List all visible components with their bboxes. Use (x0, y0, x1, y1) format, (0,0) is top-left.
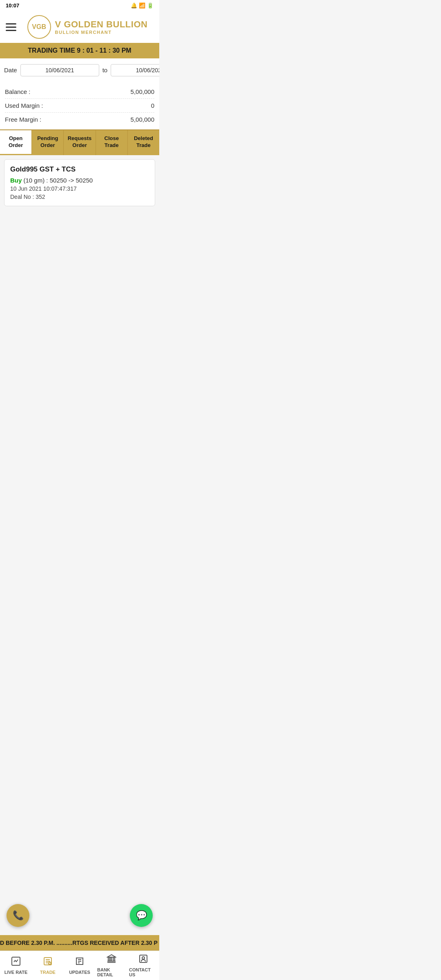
to-date-input[interactable] (111, 64, 159, 76)
order-card: Gold995 GST + TCS Buy (10 gm) : 50250 ->… (4, 159, 155, 206)
used-margin-value: 0 (151, 102, 154, 109)
header: VGB V GOLDEN BULLION BULLION MERCHANT (0, 11, 159, 43)
used-margin-row: Used Margin : 0 (5, 99, 154, 113)
tab-requests-order[interactable]: RequestsOrder (64, 130, 96, 155)
content-area: Gold995 GST + TCS Buy (10 gm) : 50250 ->… (0, 159, 159, 282)
status-icons: 🔔 📶 🔋 (131, 2, 154, 9)
notification-icon: 🔔 (131, 2, 137, 9)
buy-label: Buy (10, 177, 22, 184)
brand-text: V GOLDEN BULLION BULLION MERCHANT (55, 19, 148, 35)
used-margin-label: Used Margin : (5, 102, 43, 109)
tab-deleted-trade[interactable]: DeletedTrade (128, 130, 159, 155)
battery-icon: 🔋 (147, 2, 154, 9)
order-datetime: 10 Jun 2021 10:07:47:317 (10, 185, 149, 192)
balance-label: Balance : (5, 88, 31, 95)
date-label: Date (4, 67, 17, 74)
menu-button[interactable] (6, 23, 16, 31)
order-buy: Buy (10 gm) : 50250 -> 50250 (10, 177, 149, 184)
tab-pending-order[interactable]: PendingOrder (32, 130, 64, 155)
logo-area: VGB V GOLDEN BULLION BULLION MERCHANT (21, 15, 154, 39)
to-label: to (102, 67, 108, 74)
trading-banner: TRADING TIME 9 : 01 - 11 : 30 PM (0, 43, 159, 58)
brand-sub: BULLION MERCHANT (55, 30, 148, 35)
logo-text: VGB (32, 23, 46, 31)
account-info: Balance : 5,00,000 Used Margin : 0 Free … (0, 82, 159, 129)
order-deal-no: Deal No : 352 (10, 194, 149, 200)
brand-name: V GOLDEN BULLION (55, 19, 148, 30)
tab-close-trade[interactable]: CloseTrade (96, 130, 128, 155)
free-margin-label: Free Margin : (5, 116, 41, 123)
tab-open-order[interactable]: OpenOrder (0, 130, 32, 155)
order-title: Gold995 GST + TCS (10, 165, 149, 174)
logo-circle: VGB (27, 15, 51, 39)
balance-row: Balance : 5,00,000 (5, 85, 154, 99)
status-bar: 10:07 🔔 📶 🔋 (0, 0, 159, 11)
wifi-icon: 📶 (139, 2, 145, 9)
status-time: 10:07 (6, 2, 19, 9)
free-margin-row: Free Margin : 5,00,000 (5, 113, 154, 126)
date-filter-row: Date to Search (0, 58, 159, 82)
from-date-input[interactable] (20, 64, 99, 76)
tabs-bar: OpenOrder PendingOrder RequestsOrder Clo… (0, 129, 159, 155)
free-margin-value: 5,00,000 (131, 116, 154, 123)
buy-details: (10 gm) : 50250 -> 50250 (24, 177, 93, 184)
balance-value: 5,00,000 (131, 88, 154, 95)
